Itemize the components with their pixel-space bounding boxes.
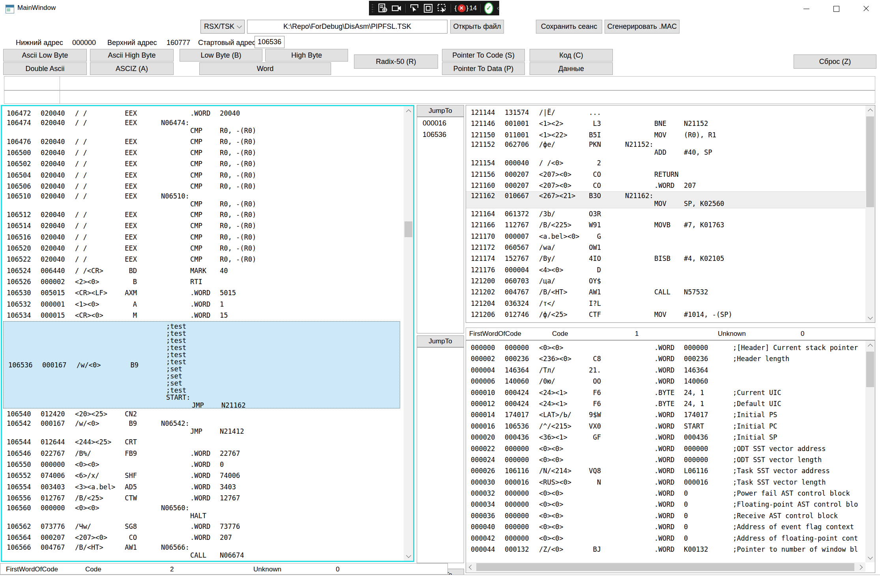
listing-row[interactable]: 121206012746/ф/<25>CTFMOV#1014, -(SP) xyxy=(466,309,875,320)
listing-row[interactable]: 121166112767/В/<225>W91MOVB#7, K01763 xyxy=(466,219,875,230)
listing-row[interactable]: 106540012420<20><25>CN2 xyxy=(2,408,413,419)
listing-row[interactable]: 121144131574/|Ё/... xyxy=(466,107,875,118)
radix50-button[interactable]: Radix-50 (R) xyxy=(354,54,438,69)
listing-row[interactable]: 106552074006<6>/x/SHF.WORD74006 xyxy=(2,470,413,481)
scroll-down-icon[interactable] xyxy=(865,313,875,322)
low-byte-button[interactable]: Low Byte (B) xyxy=(180,49,262,62)
listing-row[interactable]: 121172060567/wа/OW1 xyxy=(466,242,875,253)
listing-row[interactable]: 000026106116/N/<214>VQ8.WORDL06116;Task … xyxy=(466,465,865,476)
listing-row[interactable]: 000044000132/Z/<0>BJ.WORDK00132;Pointer … xyxy=(466,544,865,555)
listing-row[interactable]: 121202004767/В/<HT>AW1CALLN57532 xyxy=(466,287,875,298)
listing-row[interactable]: 121174152767/Ву/4IOBISB#4, K02105 xyxy=(466,253,875,264)
listing-row[interactable]: 106566004767/В/<HT>AW1N06566:CALLN06674 xyxy=(2,543,413,560)
high-byte-button[interactable]: High Byte xyxy=(265,49,348,62)
listing-row[interactable]: 000032000000<0><0>.WORD0;Power fail AST … xyxy=(466,488,865,499)
selected-listing-row[interactable]: 106536000167/w/<0>B9;test;test;test;test… xyxy=(3,321,400,408)
listing-row[interactable]: 000036000000<0><0>.WORD0;Receive AST con… xyxy=(466,510,865,521)
listing-row[interactable]: 106514020040/ /EEXCMPR0, -(R0) xyxy=(2,220,413,231)
ascii-low-byte-button[interactable]: Ascii Low Byte xyxy=(3,49,87,62)
collapse-chevron-icon[interactable]: ‹ xyxy=(497,4,499,12)
scroll-left-icon[interactable] xyxy=(466,562,476,572)
listing-row[interactable]: 106520020040/ /EEXCMPR0, -(R0) xyxy=(2,243,413,254)
listing-row[interactable]: 121152062706/фе/PKNN21152:ADD#40, SP xyxy=(466,140,875,157)
generate-mac-button[interactable]: Сгенерировать .MAC xyxy=(605,20,680,34)
listing-row[interactable]: 000010000424<24><1>F6.BYTE24, 1;Current … xyxy=(466,387,865,398)
scrollbar-thumb[interactable] xyxy=(476,563,854,571)
scroll-up-icon[interactable] xyxy=(865,341,875,350)
scrollbar-thumb[interactable] xyxy=(866,116,874,207)
save-session-button[interactable]: Сохранить сеанс xyxy=(536,20,602,34)
listing-row[interactable]: 106516020040/ /EEXCMPR0, -(R0) xyxy=(2,232,413,243)
listing-row[interactable]: 106526000002<2><0>BRTI xyxy=(2,276,413,287)
start-address-input[interactable]: 106536 xyxy=(255,36,285,48)
listing-row[interactable]: 000020000436<36><1>GF.WORD000436;Initial… xyxy=(466,432,865,443)
listing-row[interactable]: 106554003403<3><a.bel>AD5.WORD3403 xyxy=(2,481,413,492)
listing-row[interactable]: 106500020040/ /EEXCMPR0, -(R0) xyxy=(2,147,413,158)
listing-row[interactable]: 106556012767/В/<25>CTW.WORD12767 xyxy=(2,492,413,504)
scroll-right-icon[interactable] xyxy=(856,562,865,572)
format-select[interactable]: RSX/TSK xyxy=(200,20,245,34)
data-button[interactable]: Данные xyxy=(530,62,613,75)
listing-row[interactable]: 106560000000<0><0>N06560:HALT xyxy=(2,504,413,521)
scroll-up-icon[interactable] xyxy=(865,105,875,115)
listing-row[interactable]: 106502020040/ /EEXCMPR0, -(R0) xyxy=(2,158,413,169)
word-button[interactable]: Word xyxy=(199,62,331,75)
listing-row[interactable]: 106474020040/ /EEXN06474:CMPR0, -(R0) xyxy=(2,119,413,136)
disassembly-panel-right-top[interactable]: 121144131574/|Ё/...121146001001<1><2>L3B… xyxy=(466,105,875,323)
close-button[interactable] xyxy=(853,0,879,17)
listing-row[interactable]: 121164061372/Зb/O3R xyxy=(466,208,875,219)
camera-icon[interactable] xyxy=(391,3,402,13)
scroll-down-icon[interactable] xyxy=(865,553,875,562)
listing-row[interactable]: 000000000000<0><0>.WORD000000;[Header] C… xyxy=(466,342,865,353)
double-ascii-button[interactable]: Double Ascii xyxy=(3,62,87,75)
drag-handle-icon[interactable] xyxy=(371,4,374,13)
listing-row[interactable]: 121156000207<207><0>CORETURN xyxy=(466,169,875,180)
asciz-button[interactable]: ASCIZ (A) xyxy=(90,62,174,75)
listing-row[interactable]: 000030000016<RUS><0>N.WORD000016;Task SS… xyxy=(466,477,865,488)
listing-row[interactable]: 106512020040/ /EEXCMPR0, -(R0) xyxy=(2,209,413,220)
scroll-up-icon[interactable] xyxy=(404,106,413,116)
jumpto-list-item[interactable]: 000016 xyxy=(417,117,464,129)
listing-row[interactable]: 000034000000<0><0>.WORD0;Floating-point … xyxy=(466,499,865,510)
listing-row[interactable]: 121200060703/ца/OY$ xyxy=(466,275,875,287)
listing-row[interactable]: 000014174017<LAT>/Ь/9$W.WORD174017;Initi… xyxy=(466,409,865,420)
listing-row[interactable]: 000042000000<0><0>.WORD0;Address of floa… xyxy=(466,533,865,544)
file-path-input[interactable]: K:\Repo\ForDebug\DisAsm\PIPFSL.TSK xyxy=(247,20,447,34)
listing-row[interactable]: 106524006440/ /<CR>BDMARK40 xyxy=(2,265,413,276)
reset-button[interactable]: Сброс (Z) xyxy=(794,54,876,69)
listing-row[interactable]: 106530005015<CR><LF>AXM.WORD5015 xyxy=(2,287,413,298)
listing-row[interactable]: 106534000015<CR><0>M.WORD15 xyxy=(2,310,413,321)
minimize-button[interactable] xyxy=(793,0,819,17)
listing-row[interactable]: 121170000007<a.bel><0>G xyxy=(466,231,875,242)
pointer-to-code-button[interactable]: Pointer To Code (S) xyxy=(442,49,525,62)
listing-row[interactable]: 000012000424<24><1>F6.BYTE24, 1;Default … xyxy=(466,398,865,409)
capture-cursor-icon[interactable] xyxy=(437,3,447,13)
listing-row[interactable]: 000016106536/^/<215>VX0.WORDSTART;Initia… xyxy=(466,421,865,432)
error-count-badge[interactable]: {✕}14 xyxy=(455,4,477,12)
listing-row[interactable]: 121146001001<1><2>L3BNEN21152 xyxy=(466,118,875,129)
listing-row[interactable]: 000024000000<0><0>.WORD000000;ODT SST ve… xyxy=(466,454,865,465)
pointer-to-data-button[interactable]: Pointer To Data (P) xyxy=(442,62,525,75)
listing-row[interactable]: 106504020040/ /EEXCMPR0, -(R0) xyxy=(2,170,413,181)
maximize-button[interactable] xyxy=(823,0,849,17)
listing-row[interactable]: 121154000040/ /<0>2 xyxy=(466,157,875,169)
listing-row[interactable]: 106506020040/ /EEXCMPR0, -(R0) xyxy=(2,181,413,192)
jumpto-list-top[interactable]: 000016106536 xyxy=(417,117,464,333)
listing-row[interactable]: 000004146364/Тл/21..WORD146364 xyxy=(466,365,865,376)
listing-row[interactable]: 106550000000<0><0>.WORD0 xyxy=(2,459,413,470)
jumpto-list-middle[interactable] xyxy=(417,347,464,563)
right-top-vscrollbar[interactable] xyxy=(865,105,875,322)
listing-row[interactable]: 121160000207<207><0>CO.WORD207 xyxy=(466,180,875,191)
listing-row[interactable]: 121210001014<FF><2>MD xyxy=(466,320,875,323)
listing-row[interactable]: 000006140060/0ю/OO.WORD140060 xyxy=(466,376,865,387)
listing-row[interactable]: 121176000004<4><0>D xyxy=(466,264,875,275)
listing-row[interactable]: 000002000236<236><0>C8.WORD000236;Header… xyxy=(466,353,865,364)
listing-row[interactable]: 106562073776/Чw/SG8.WORD73776 xyxy=(2,521,413,532)
right-bottom-hscrollbar[interactable] xyxy=(466,562,865,572)
script-target-icon[interactable] xyxy=(378,3,388,13)
listing-row[interactable]: 121204036324/т</I?L xyxy=(466,298,875,309)
select-region-icon[interactable] xyxy=(423,3,433,13)
listing-row[interactable]: 106544012644<244><25>CRT xyxy=(2,436,413,448)
scroll-down-icon[interactable] xyxy=(404,551,413,561)
listing-row[interactable]: 106532000001<1><0>A.WORD1 xyxy=(2,299,413,310)
